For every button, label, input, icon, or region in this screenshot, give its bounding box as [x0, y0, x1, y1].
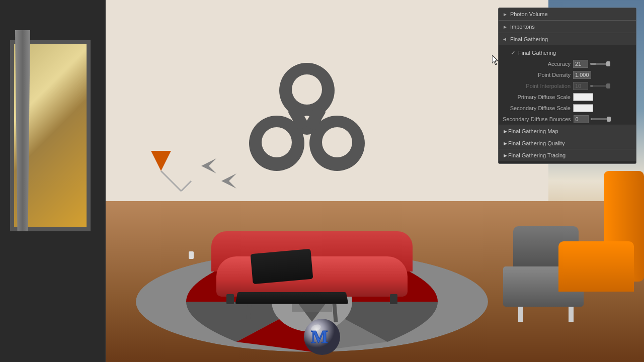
importons-label: Importons — [510, 24, 535, 30]
spinner-decoration — [231, 60, 382, 181]
fg-accuracy-slider[interactable] — [590, 63, 610, 65]
fg-primary-diffuse-color[interactable] — [573, 93, 593, 101]
fg-tracing-label: Final Gathering Tracing — [508, 152, 566, 158]
fg-accuracy-value[interactable]: 21 — [573, 60, 588, 68]
scene-lamp — [141, 141, 242, 216]
fg-primary-diffuse-row: Primary Diffuse Scale — [499, 92, 636, 103]
final-gathering-header[interactable]: ▼ Final Gathering — [499, 33, 636, 45]
importons-section: ► Importons — [499, 21, 636, 33]
fg-checkbox-row: ✓ Final Gathering — [499, 47, 636, 58]
fg-quality-label: Final Gathering Quality — [508, 140, 565, 146]
fg-point-density-row: Point Density 1.000 — [499, 69, 636, 80]
svg-point-5 — [262, 127, 292, 157]
fg-accuracy-label: Accuracy — [503, 61, 573, 67]
svg-marker-14 — [221, 173, 236, 189]
importons-arrow: ► — [503, 24, 508, 30]
svg-point-6 — [322, 127, 352, 157]
final-gathering-section: ▼ Final Gathering ✓ Final Gathering Accu… — [499, 33, 636, 163]
photon-volume-arrow: ► — [503, 12, 508, 17]
fg-checkbox-label: Final Gathering — [518, 50, 556, 56]
fg-primary-diffuse-label: Primary Diffuse Scale — [503, 94, 573, 100]
wall-outlet — [189, 251, 194, 259]
fg-accuracy-slider-container — [588, 63, 632, 65]
fg-secondary-bounces-label: Secondary Diffuse Bounces — [503, 116, 574, 122]
settings-panel: ► Photon Volume ► Importons ▼ Final Gath… — [498, 8, 636, 164]
fg-quality-arrow: ► — [503, 140, 508, 146]
scene-orange-chair — [543, 171, 644, 312]
final-gathering-label: Final Gathering — [510, 36, 548, 42]
final-gathering-content: ✓ Final Gathering Accuracy 21 — [499, 45, 636, 163]
fg-secondary-diffuse-color[interactable] — [573, 104, 593, 112]
fg-quality-header[interactable]: ► Final Gathering Quality — [499, 137, 636, 149]
svg-line-11 — [161, 171, 181, 191]
fg-secondary-bounces-row: Secondary Diffuse Bounces 0 — [499, 114, 636, 125]
fg-secondary-bounces-slider-container — [589, 118, 632, 120]
fg-point-interp-value: 10 — [573, 82, 588, 90]
photon-volume-header[interactable]: ► Photon Volume — [499, 8, 636, 20]
fg-point-interp-slider-container — [588, 85, 632, 87]
fg-secondary-bounces-value[interactable]: 0 — [574, 115, 589, 123]
fg-secondary-bounces-slider[interactable] — [591, 118, 611, 120]
fg-point-density-label: Point Density — [503, 72, 573, 78]
app-logo: M — [302, 317, 342, 357]
photon-volume-label: Photon Volume — [510, 11, 548, 17]
importons-header[interactable]: ► Importons — [499, 21, 636, 33]
fg-point-interp-slider — [590, 85, 610, 87]
svg-line-12 — [181, 181, 191, 191]
fg-point-interp-row: Point Interpolation 10 — [499, 80, 636, 92]
curtain — [15, 30, 30, 231]
fg-map-arrow: ► — [503, 128, 508, 134]
fg-checkmark: ✓ — [511, 49, 516, 56]
fg-map-header[interactable]: ► Final Gathering Map — [499, 125, 636, 137]
scene-sofa — [211, 231, 413, 297]
viewport: ► Photon Volume ► Importons ▼ Final Gath… — [0, 0, 644, 362]
fg-map-label: Final Gathering Map — [508, 128, 558, 134]
fg-tracing-header[interactable]: ► Final Gathering Tracing — [499, 149, 636, 161]
svg-marker-10 — [151, 151, 171, 171]
final-gathering-arrow: ▼ — [502, 37, 508, 42]
fg-secondary-diffuse-row: Secondary Diffuse Scale — [499, 103, 636, 114]
fg-secondary-diffuse-label: Secondary Diffuse Scale — [503, 105, 573, 111]
fg-point-density-value[interactable]: 1.000 — [573, 71, 591, 79]
fg-tracing-arrow: ► — [503, 152, 508, 158]
svg-point-4 — [292, 74, 322, 105]
fg-point-interp-label: Point Interpolation — [503, 83, 573, 89]
left-panel — [0, 0, 106, 362]
fg-accuracy-row: Accuracy 21 — [499, 58, 636, 69]
photon-volume-section: ► Photon Volume — [499, 8, 636, 21]
svg-marker-13 — [201, 158, 216, 173]
